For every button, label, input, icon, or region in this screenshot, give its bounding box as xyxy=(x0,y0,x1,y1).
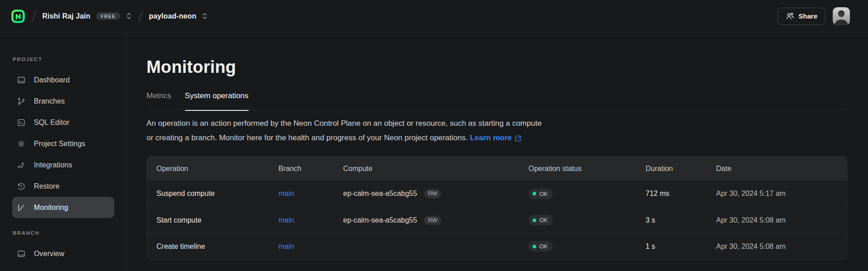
sidebar-item-label: SQL Editor xyxy=(34,119,70,127)
duration-cell: 3 s xyxy=(646,216,716,224)
compute-id: ep-calm-sea-a5cabg55 xyxy=(343,190,417,198)
restore-history-icon xyxy=(17,182,26,191)
column-header-operation-status: Operation status xyxy=(528,165,646,173)
dashboard-icon xyxy=(17,76,26,85)
sidebar-item-restore[interactable]: Restore xyxy=(12,176,114,197)
share-button-label: Share xyxy=(798,12,817,20)
plan-badge: FREE xyxy=(96,12,120,20)
compute-cell: ep-calm-sea-a5cabg55 RW xyxy=(343,189,528,198)
branch-link[interactable]: main xyxy=(278,242,294,250)
date-cell: Apr 30, 2024 5:08 am xyxy=(716,216,847,224)
integrations-icon xyxy=(17,161,26,170)
sidebar: PROJECT Dashboard Branches SQL Editor xyxy=(0,33,127,271)
sql-editor-icon xyxy=(17,118,26,127)
avatar[interactable] xyxy=(833,7,850,25)
sidebar-item-label: Integrations xyxy=(34,161,72,169)
column-header-date: Date xyxy=(716,165,847,173)
operation-cell: Create timeline xyxy=(156,242,278,251)
table-row: Create timeline main OK 1 s Apr 30, 2024… xyxy=(147,233,847,259)
breadcrumb-slash xyxy=(32,11,36,21)
sidebar-item-project-settings[interactable]: Project Settings xyxy=(12,133,114,154)
status-badge: OK xyxy=(528,241,553,252)
table-row: Suspend compute main ep-calm-sea-a5cabg5… xyxy=(147,181,847,207)
sidebar-section-project: PROJECT xyxy=(0,57,127,62)
branch-cell: main xyxy=(278,216,343,224)
status-badge: OK xyxy=(528,215,553,225)
compute-rw-badge: RW xyxy=(424,216,442,225)
branch-link[interactable]: main xyxy=(278,216,294,224)
operation-cell: Suspend compute xyxy=(156,190,278,198)
table-row: Start compute main ep-calm-sea-a5cabg55 … xyxy=(147,207,847,233)
column-header-compute: Compute xyxy=(343,165,528,173)
sidebar-item-integrations[interactable]: Integrations xyxy=(12,154,114,176)
breadcrumb-slash xyxy=(138,11,143,21)
sidebar-item-label: Dashboard xyxy=(34,76,70,84)
tab-bar: Metrics System operations xyxy=(146,91,848,110)
external-link-icon xyxy=(514,134,522,142)
status-cell: OK xyxy=(528,189,646,199)
compute-id: ep-calm-sea-a5cabg55 xyxy=(343,216,417,224)
compute-cell: ep-calm-sea-a5cabg55 RW xyxy=(343,216,528,225)
tab-system-operations[interactable]: System operations xyxy=(185,91,249,101)
operation-cell: Start compute xyxy=(156,216,278,224)
status-ok-dot-icon xyxy=(533,192,536,195)
status-cell: OK xyxy=(528,241,646,252)
monitoring-chart-icon xyxy=(17,203,26,212)
org-switcher-chevron-icon[interactable] xyxy=(126,12,132,20)
main-content: Monitoring Metrics System operations An … xyxy=(127,33,868,271)
learn-more-link[interactable]: Learn more xyxy=(470,131,522,145)
page-title: Monitoring xyxy=(146,57,848,77)
sidebar-item-monitoring[interactable]: Monitoring xyxy=(12,197,114,218)
date-cell: Apr 30, 2024 5:08 am xyxy=(716,242,847,251)
sidebar-item-label: Monitoring xyxy=(34,204,68,212)
sidebar-item-label: Restore xyxy=(34,182,60,190)
settings-gear-icon xyxy=(17,139,26,148)
column-header-duration: Duration xyxy=(646,165,716,173)
operations-description: An operation is an action performed by t… xyxy=(146,116,848,145)
topbar: Rishi Raj Jain FREE payload-neon Share xyxy=(0,0,868,33)
column-header-branch: Branch xyxy=(278,165,343,173)
breadcrumb-org[interactable]: Rishi Raj Jain xyxy=(42,12,90,20)
neon-logo[interactable] xyxy=(11,9,25,24)
status-badge: OK xyxy=(528,189,553,199)
tab-metrics[interactable]: Metrics xyxy=(146,91,171,101)
sidebar-item-databases[interactable]: Databases xyxy=(12,264,114,271)
project-switcher-chevron-icon[interactable] xyxy=(202,12,208,20)
compute-rw-badge: RW xyxy=(424,189,442,198)
table-header-row: Operation Branch Compute Operation statu… xyxy=(147,157,847,181)
duration-cell: 1 s xyxy=(646,242,716,251)
sidebar-item-overview[interactable]: Overview xyxy=(12,243,114,264)
duration-cell: 712 ms xyxy=(646,190,716,198)
branches-icon xyxy=(17,97,26,106)
column-header-operation: Operation xyxy=(156,165,278,173)
sidebar-item-dashboard[interactable]: Dashboard xyxy=(12,69,114,90)
breadcrumb-project[interactable]: payload-neon xyxy=(149,12,196,20)
description-line-2: or creating a branch. Monitor here for t… xyxy=(146,131,848,145)
sidebar-item-label: Project Settings xyxy=(34,140,85,148)
status-ok-dot-icon xyxy=(533,219,536,222)
sidebar-item-label: Branches xyxy=(34,97,65,105)
overview-window-icon xyxy=(17,249,26,258)
sidebar-item-sql-editor[interactable]: SQL Editor xyxy=(12,112,114,133)
status-ok-dot-icon xyxy=(533,245,536,248)
sidebar-section-branch: BRANCH xyxy=(0,230,127,236)
branch-cell: main xyxy=(278,190,343,198)
branch-link[interactable]: main xyxy=(278,190,294,197)
branch-cell: main xyxy=(278,242,343,251)
sidebar-item-branches[interactable]: Branches xyxy=(12,90,114,112)
table-body: Suspend compute main ep-calm-sea-a5cabg5… xyxy=(147,181,847,259)
sidebar-item-label: Overview xyxy=(34,250,64,258)
operations-table: Operation Branch Compute Operation statu… xyxy=(146,156,848,260)
status-cell: OK xyxy=(528,215,646,225)
share-button[interactable]: Share xyxy=(778,8,826,25)
users-icon xyxy=(786,12,794,20)
date-cell: Apr 30, 2024 5:17 am xyxy=(716,190,847,198)
description-line-1: An operation is an action performed by t… xyxy=(146,116,848,131)
